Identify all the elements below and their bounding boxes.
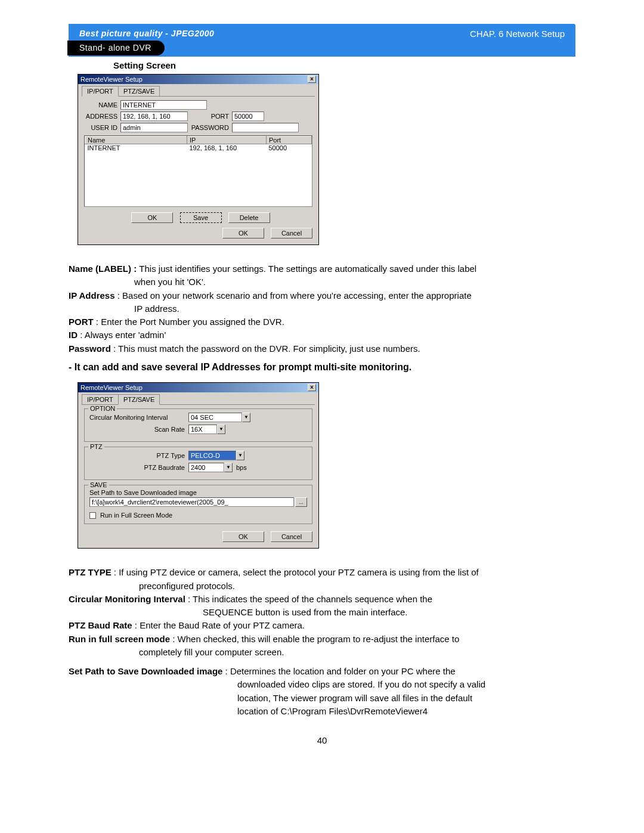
label-address: ADDRESS (82, 113, 117, 120)
table-row[interactable]: INTERNET 192, 168, 1, 160 50000 (85, 144, 312, 152)
header-quality: Best picture quality - JPEG2000 (79, 29, 214, 38)
circular-select[interactable]: 04 SEC ▼ (188, 413, 250, 422)
descriptions-block-1: Name (LABEL) : This just identifies your… (69, 263, 575, 355)
ptz-legend: PTZ (88, 443, 104, 450)
page-number: 40 (69, 735, 575, 745)
header-subtitle: Stand- alone DVR (67, 41, 165, 55)
label-password: PASSWORD (191, 124, 229, 131)
cell-name: INTERNET (85, 144, 187, 152)
chevron-down-icon[interactable]: ▼ (224, 463, 233, 472)
dialog2-titlebar: RemoteViewer Setup × (78, 383, 318, 392)
tab-ipport[interactable]: IP/PORT (82, 86, 119, 97)
d2-ptztype-bold: PTZ TYPE (69, 567, 112, 577)
scan-label: Scan Rate (89, 426, 185, 433)
ok-button[interactable]: OK (131, 212, 173, 223)
chevron-down-icon[interactable]: ▼ (217, 425, 225, 434)
scan-select[interactable]: 16X ▼ (188, 425, 225, 434)
ptztype-label: PTZ Type (89, 452, 185, 459)
fullscreen-label: Run in Full Screen Mode (100, 512, 172, 519)
save-fieldset: SAVE Set Path to Save Downloaded image f… (84, 485, 312, 525)
bold-highlight-line: - It can add and save several IP Address… (69, 362, 575, 373)
ptzbaud-label: PTZ Baudrate (89, 464, 185, 471)
bps-label: bps (236, 464, 247, 471)
password-input[interactable] (232, 123, 299, 132)
save-button[interactable]: Save (180, 212, 222, 223)
save-legend: SAVE (88, 481, 109, 488)
delete-button[interactable]: Delete (228, 212, 270, 223)
desc-ip-text: : Based on your network scenario and fro… (115, 290, 472, 301)
cell-ip: 192, 168, 1, 160 (187, 144, 267, 152)
desc-name-cont: when you hit 'OK'. (69, 276, 575, 288)
desc-port-bold: PORT (69, 317, 94, 327)
col-name: Name (85, 137, 187, 144)
d2-baud-text: : Enter the Baud Rate of your PTZ camera… (132, 620, 305, 630)
page-header: Best picture quality - JPEG2000 Stand- a… (69, 24, 575, 57)
section-title: Setting Screen (113, 60, 575, 70)
desc-port-text: : Enter the Port Number you assigned the… (94, 317, 284, 327)
d2-ptztype-text: : If using PTZ device or camera, select … (112, 567, 479, 577)
d2-circ-bold: Circular Monitoring Interval (69, 594, 185, 604)
label-port: PORT (191, 113, 229, 120)
chevron-down-icon[interactable]: ▼ (242, 413, 250, 422)
col-ip: IP (187, 137, 267, 144)
option-fieldset: OPTION Circular Monitoring Interval 04 S… (84, 408, 312, 442)
label-name: NAME (82, 101, 117, 109)
userid-input[interactable]: admin (120, 123, 188, 132)
save-path-input[interactable]: f:\[a]work\4_dvrclient2\remoteviewer(200… (89, 497, 294, 507)
header-chapter: CHAP. 6 Network Setup (470, 29, 565, 39)
desc-id-bold: ID (69, 330, 78, 340)
ptzbaud-value: 2400 (188, 463, 224, 472)
cancel-button[interactable]: Cancel (271, 228, 312, 239)
dialog1-tabs: IP/PORT PTZ/SAVE (82, 85, 315, 97)
save-path-label: Set Path to Save Downloaded image (89, 489, 307, 496)
ptz-fieldset: PTZ PTZ Type PELCO-D ▼ PTZ Baudrate 2400… (84, 447, 312, 480)
tab-ptzsave[interactable]: PTZ/SAVE (118, 86, 160, 96)
close-icon[interactable]: × (308, 76, 316, 83)
d2-ptztype-cont: preconfigured protocols. (69, 580, 575, 592)
dialog2-tabs: IP/PORT PTZ/SAVE (82, 394, 315, 405)
ptzbaud-select[interactable]: 2400 ▼ (188, 463, 233, 472)
desc-pw-bold: Password (69, 343, 111, 354)
label-userid: USER ID (82, 124, 117, 131)
d2-baud-bold: PTZ Baud Rate (69, 620, 132, 630)
d2-path-bold: Set Path to Save Downloaded image (69, 666, 222, 676)
d2-full-bold: Run in full screen mode (69, 634, 170, 644)
port-input[interactable]: 50000 (232, 112, 264, 121)
desc-ip-cont: IP address. (69, 303, 575, 315)
connections-list[interactable]: Name IP Port INTERNET 192, 168, 1, 160 5… (84, 135, 312, 207)
circular-value: 04 SEC (188, 413, 242, 422)
desc-name-bold: Name (LABEL) : (69, 264, 139, 274)
desc-name-text: This just identifies your settings. The … (139, 264, 476, 274)
d2-full-cont: completely fill your computer screen. (69, 646, 575, 658)
name-input[interactable]: INTERNET (120, 100, 207, 110)
option-legend: OPTION (88, 405, 117, 412)
dialog-ok-button[interactable]: OK (222, 531, 264, 542)
close-icon[interactable]: × (308, 384, 316, 391)
desc-ip-bold: IP Address (69, 290, 115, 301)
remote-viewer-setup-dialog-2: RemoteViewer Setup × IP/PORT PTZ/SAVE OP… (78, 382, 319, 549)
fullscreen-checkbox[interactable] (89, 512, 96, 519)
d2-full-text: : When checked, this will enable the pro… (170, 634, 459, 644)
dialog-ok-button[interactable]: OK (222, 228, 264, 239)
tab-ipport[interactable]: IP/PORT (82, 394, 119, 404)
d2-circ-cont: SEQUENCE button is used from the main in… (69, 606, 575, 618)
desc-id-text: : Always enter 'admin' (78, 330, 166, 340)
ptztype-select[interactable]: PELCO-D ▼ (188, 451, 244, 460)
browse-button[interactable]: ... (295, 497, 307, 507)
d2-path-cont3: location of C:\Program Files\DvrRemoteVi… (69, 705, 575, 717)
d2-path-cont2: location, The viewer program will save a… (69, 692, 575, 704)
chevron-down-icon[interactable]: ▼ (236, 451, 244, 460)
address-input[interactable]: 192, 168, 1, 160 (120, 112, 188, 121)
d2-path-text: : Determines the location and folder on … (222, 666, 455, 676)
ptztype-value: PELCO-D (188, 451, 236, 460)
dialog1-title: RemoteViewer Setup (80, 76, 143, 83)
tab-ptzsave[interactable]: PTZ/SAVE (118, 394, 160, 405)
circular-label: Circular Monitoring Interval (89, 414, 185, 421)
d2-circ-text: : This indicates the speed of the channe… (185, 594, 432, 604)
cell-port: 50000 (267, 144, 312, 152)
col-port: Port (267, 137, 312, 144)
cancel-button[interactable]: Cancel (271, 531, 312, 542)
dialog2-title: RemoteViewer Setup (80, 384, 143, 391)
scan-value: 16X (188, 425, 217, 434)
d2-path-cont1: downloaded video clips are stored. If yo… (69, 679, 575, 690)
